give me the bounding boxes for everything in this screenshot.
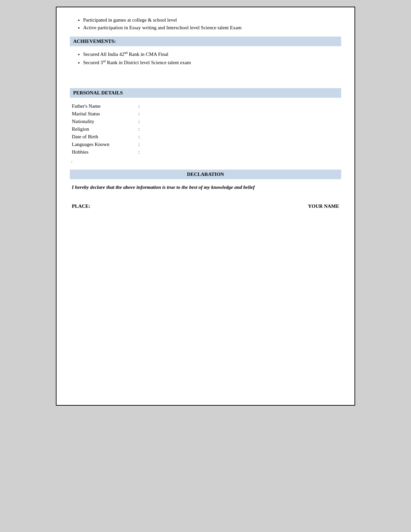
table-row: Hobbies : — [70, 148, 341, 156]
table-row: Marital Status : — [70, 110, 341, 118]
field-value-hobbies — [143, 148, 341, 156]
place-label: PLACE: — [72, 203, 90, 209]
activity-item-2: Active participation in Essay writing an… — [83, 25, 341, 31]
field-colon-3: : — [136, 118, 143, 125]
field-value-religion — [143, 125, 341, 133]
table-row: Father's Name : — [70, 102, 341, 110]
dot-separator: . — [71, 158, 341, 164]
personal-details-table: Father's Name : Marital Status : Nationa… — [70, 102, 341, 156]
field-colon-5: : — [136, 133, 143, 141]
field-colon-2: : — [136, 110, 143, 118]
place-name-section: PLACE: YOUR NAME — [70, 203, 341, 209]
resume-page: Participated in games at college & schoo… — [56, 7, 355, 406]
declaration-header: DECLARATION — [70, 170, 341, 179]
personal-details-header: PERSONAL DETAILS — [70, 88, 341, 98]
field-label-nationality: Nationality — [70, 118, 136, 125]
field-value-dob — [143, 133, 341, 141]
field-colon-6: : — [136, 141, 143, 148]
declaration-text: I hereby declare that the above informat… — [72, 185, 339, 190]
your-name: YOUR NAME — [308, 203, 339, 209]
field-value-languages — [143, 141, 341, 148]
field-label-languages: Languages Known — [70, 141, 136, 148]
achievement-item-1: Secured All India 42nd Rank in CMA Final — [83, 51, 341, 57]
field-value-fathers-name — [143, 102, 341, 110]
field-label-dob: Date of Birth — [70, 133, 136, 141]
table-row: Date of Birth : — [70, 133, 341, 141]
achievements-header: ACHIEVEMENTS: — [70, 37, 341, 46]
table-row: Languages Known : — [70, 141, 341, 148]
field-value-marital-status — [143, 110, 341, 118]
field-colon-4: : — [136, 125, 143, 133]
achievement-item-2: Secured 3rd Rank in District level Scien… — [83, 59, 341, 66]
field-value-nationality — [143, 118, 341, 125]
table-row: Nationality : — [70, 118, 341, 125]
field-label-marital-status: Marital Status — [70, 110, 136, 118]
table-row: Religion : — [70, 125, 341, 133]
field-label-hobbies: Hobbies — [70, 148, 136, 156]
field-colon-1: : — [136, 102, 143, 110]
activity-item-1: Participated in games at college & schoo… — [83, 17, 341, 23]
achievements-list: Secured All India 42nd Rank in CMA Final… — [70, 51, 341, 66]
activities-list: Participated in games at college & schoo… — [70, 17, 341, 31]
field-label-fathers-name: Father's Name — [70, 102, 136, 110]
field-colon-7: : — [136, 148, 143, 156]
field-label-religion: Religion — [70, 125, 136, 133]
